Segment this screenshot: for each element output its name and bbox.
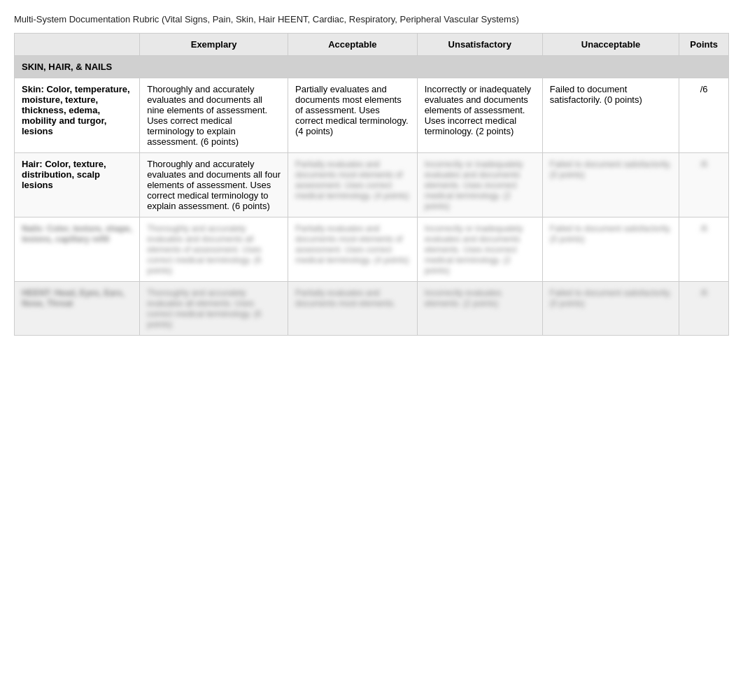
nails-exemplary: Thoroughly and accurately evaluates and … <box>140 217 288 282</box>
nails-unacceptable: Failed to document satisfactorily. (0 po… <box>542 217 679 282</box>
points-header: Points <box>679 34 729 56</box>
heent-acceptable: Partially evaluates and documents most e… <box>288 282 418 336</box>
hair-color-acceptable: Partially evaluates and documents most e… <box>288 153 418 217</box>
table-row: Hair: Color, texture, distribution, scal… <box>15 153 729 217</box>
skin-color-acceptable: Partially evaluates and documents most e… <box>288 78 418 153</box>
nails-acceptable: Partially evaluates and documents most e… <box>288 217 418 282</box>
table-row: Nails: Color, texture, shape, lesions, c… <box>15 217 729 282</box>
rubric-table: Exemplary Acceptable Unsatisfactory Unac… <box>14 33 729 336</box>
unacceptable-header: Unacceptable <box>542 34 679 56</box>
nails-unsatisfactory: Incorrectly or inadequately evaluates an… <box>417 217 542 282</box>
exemplary-header: Exemplary <box>140 34 288 56</box>
skin-color-unacceptable: Failed to document satisfactorily. (0 po… <box>542 78 679 153</box>
criterion-header <box>15 34 140 56</box>
skin-color-points: /6 <box>679 78 729 153</box>
skin-color-exemplary: Thoroughly and accurately evaluates and … <box>140 78 288 153</box>
table-row: Skin: Color, temperature, moisture, text… <box>15 78 729 153</box>
heent-label: HEENT: Head, Eyes, Ears, Nose, Throat <box>15 282 140 336</box>
heent-points: /6 <box>679 282 729 336</box>
unsatisfactory-header: Unsatisfactory <box>417 34 542 56</box>
page-title: Multi-System Documentation Rubric (Vital… <box>14 14 729 24</box>
acceptable-header: Acceptable <box>288 34 418 56</box>
category-label: SKIN, HAIR, & NAILS <box>15 56 729 78</box>
hair-color-label: Hair: Color, texture, distribution, scal… <box>15 153 140 217</box>
hair-color-unacceptable: Failed to document satisfactorily. (0 po… <box>542 153 679 217</box>
nails-points: /6 <box>679 217 729 282</box>
hair-color-exemplary: Thoroughly and accurately evaluates and … <box>140 153 288 217</box>
nails-label: Nails: Color, texture, shape, lesions, c… <box>15 217 140 282</box>
hair-color-points: /6 <box>679 153 729 217</box>
table-header-row: Exemplary Acceptable Unsatisfactory Unac… <box>15 34 729 56</box>
skin-color-unsatisfactory: Incorrectly or inadequately evaluates an… <box>417 78 542 153</box>
skin-color-label: Skin: Color, temperature, moisture, text… <box>15 78 140 153</box>
category-row-skin-hair-nails: SKIN, HAIR, & NAILS <box>15 56 729 78</box>
heent-unacceptable: Failed to document satisfactorily. (0 po… <box>542 282 679 336</box>
hair-color-unsatisfactory: Incorrectly or inadequately evaluates an… <box>417 153 542 217</box>
heent-exemplary: Thoroughly and accurately evaluates all … <box>140 282 288 336</box>
table-row: HEENT: Head, Eyes, Ears, Nose, Throat Th… <box>15 282 729 336</box>
heent-unsatisfactory: Incorrectly evaluates elements. (2 point… <box>417 282 542 336</box>
